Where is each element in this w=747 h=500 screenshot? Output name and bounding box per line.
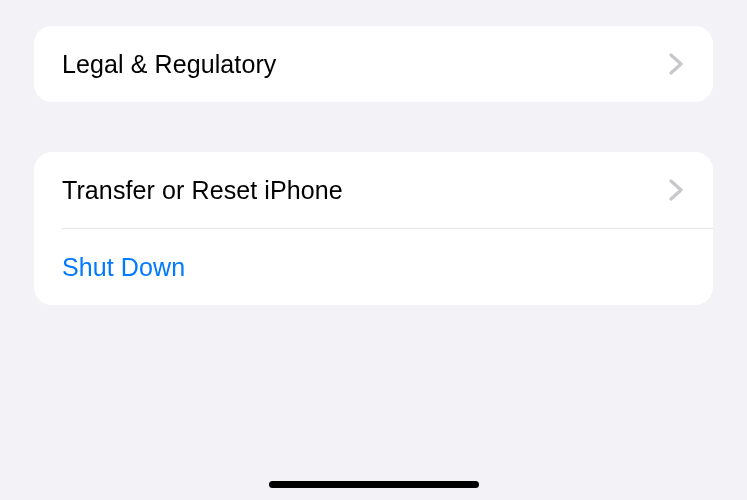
shut-down-label: Shut Down [62,253,185,282]
chevron-right-icon [669,53,683,75]
shut-down-row[interactable]: Shut Down [34,229,713,305]
legal-regulatory-label: Legal & Regulatory [62,50,276,79]
settings-group-legal: Legal & Regulatory [34,26,713,102]
home-indicator[interactable] [269,481,479,488]
transfer-or-reset-label: Transfer or Reset iPhone [62,176,343,205]
chevron-right-icon [669,179,683,201]
settings-group-reset: Transfer or Reset iPhone Shut Down [34,152,713,305]
settings-list: Legal & Regulatory Transfer or Reset iPh… [0,0,747,305]
legal-regulatory-row[interactable]: Legal & Regulatory [34,26,713,102]
transfer-or-reset-row[interactable]: Transfer or Reset iPhone [34,152,713,228]
